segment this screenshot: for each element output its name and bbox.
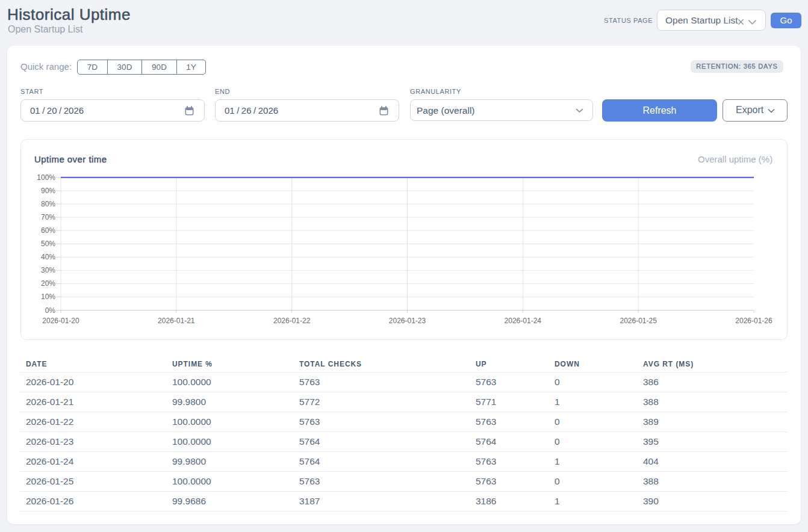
svg-text:0%: 0%	[45, 306, 56, 315]
svg-text:2026-01-25: 2026-01-25	[620, 317, 657, 325]
svg-text:40%: 40%	[41, 253, 55, 261]
svg-text:20%: 20%	[41, 279, 55, 288]
svg-text:80%: 80%	[41, 200, 55, 208]
svg-text:2026-01-20: 2026-01-20	[42, 317, 79, 325]
svg-text:10%: 10%	[41, 292, 55, 301]
svg-text:30%: 30%	[41, 266, 55, 274]
svg-text:2026-01-23: 2026-01-23	[389, 317, 426, 325]
svg-text:2026-01-26: 2026-01-26	[735, 317, 772, 325]
svg-text:50%: 50%	[41, 240, 55, 248]
svg-text:100%: 100%	[37, 173, 55, 182]
svg-text:90%: 90%	[41, 187, 55, 195]
svg-text:60%: 60%	[41, 226, 55, 235]
svg-text:2026-01-24: 2026-01-24	[505, 317, 542, 325]
svg-text:2026-01-22: 2026-01-22	[273, 317, 311, 325]
svg-text:2026-01-21: 2026-01-21	[158, 317, 195, 325]
svg-text:70%: 70%	[41, 213, 55, 221]
